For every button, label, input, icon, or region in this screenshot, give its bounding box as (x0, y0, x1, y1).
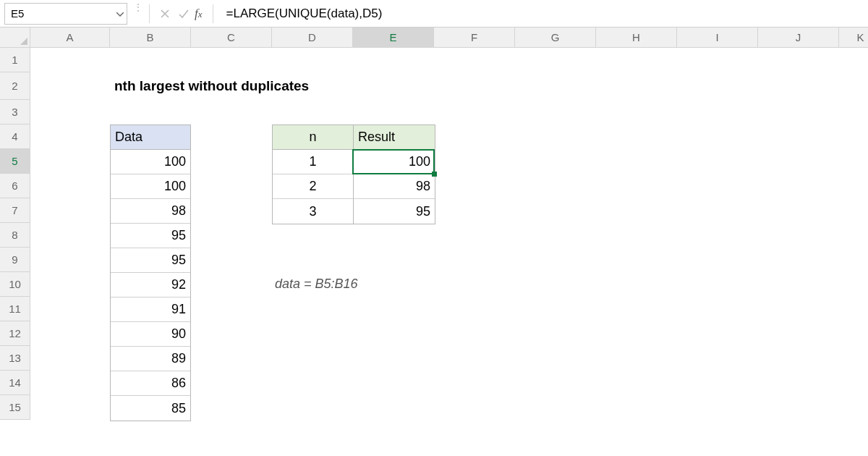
row-header-9[interactable]: 9 (0, 248, 30, 272)
row-header-10[interactable]: 10 (0, 272, 30, 297)
data-cell[interactable]: 90 (111, 322, 190, 347)
row-header-13[interactable]: 13 (0, 346, 30, 371)
column-header-F[interactable]: F (434, 28, 515, 48)
row-header-14[interactable]: 14 (0, 371, 30, 395)
column-header-K[interactable]: K (839, 28, 868, 48)
name-box[interactable]: E5 (4, 3, 127, 25)
result-value-cell[interactable]: 100 (354, 150, 435, 174)
row-header-5[interactable]: 5 (0, 149, 30, 174)
name-box-value: E5 (5, 7, 114, 20)
column-header-C[interactable]: C (191, 28, 272, 48)
data-cell[interactable]: 100 (111, 174, 190, 199)
result-table: n Result 1100298395 (272, 124, 435, 224)
result-value-cell[interactable]: 98 (354, 174, 435, 199)
row-header-6[interactable]: 6 (0, 174, 30, 198)
data-cell[interactable]: 85 (111, 396, 190, 421)
column-header-A[interactable]: A (30, 28, 110, 48)
row-header-column: 123456789101112131415 (0, 28, 30, 456)
formula-input[interactable]: =LARGE(UNIQUE(data),D5) (219, 7, 864, 21)
divider (149, 4, 150, 23)
enter-icon[interactable] (174, 4, 193, 23)
data-header: Data (111, 125, 190, 150)
result-value-cell[interactable]: 95 (354, 199, 435, 224)
result-n-cell[interactable]: 2 (273, 174, 354, 199)
fx-icon[interactable]: fx (193, 7, 207, 21)
formula-bar: E5 ⋮ fx =LARGE(UNIQUE(data),D5) (0, 0, 868, 28)
data-cell[interactable]: 86 (111, 371, 190, 396)
row-header-7[interactable]: 7 (0, 198, 30, 223)
column-header-B[interactable]: B (110, 28, 191, 48)
data-cell[interactable]: 100 (111, 150, 190, 174)
column-header-I[interactable]: I (677, 28, 758, 48)
resize-handle-icon[interactable]: ⋮ (133, 4, 137, 23)
row-header-11[interactable]: 11 (0, 297, 30, 321)
row-header-2[interactable]: 2 (0, 72, 30, 100)
spreadsheet-grid: 123456789101112131415 ABCDEFGHIJK nth la… (0, 28, 868, 456)
select-all-corner[interactable] (0, 28, 30, 48)
row-header-4[interactable]: 4 (0, 124, 30, 149)
column-header-G[interactable]: G (515, 28, 596, 48)
cancel-icon[interactable] (156, 4, 174, 23)
result-n-cell[interactable]: 1 (273, 150, 354, 174)
row-header-15[interactable]: 15 (0, 395, 30, 420)
column-header-D[interactable]: D (272, 28, 353, 48)
row-header-1[interactable]: 1 (0, 48, 30, 72)
result-n-cell[interactable]: 3 (273, 199, 354, 224)
column-header-E[interactable]: E (353, 28, 434, 48)
cells-area[interactable]: nth largest without duplicates Data 1001… (30, 48, 868, 456)
result-header-result: Result (354, 125, 435, 150)
page-title: nth largest without duplicates (110, 72, 544, 100)
data-cell[interactable]: 91 (111, 297, 190, 322)
row-header-8[interactable]: 8 (0, 223, 30, 248)
data-cell[interactable]: 92 (111, 273, 190, 297)
column-headers: ABCDEFGHIJK (30, 28, 868, 48)
result-header-n: n (273, 125, 354, 150)
row-header-3[interactable]: 3 (0, 100, 30, 124)
row-header-12[interactable]: 12 (0, 321, 30, 346)
data-cell[interactable]: 98 (111, 199, 190, 224)
column-header-H[interactable]: H (596, 28, 677, 48)
column-header-J[interactable]: J (758, 28, 839, 48)
data-cell[interactable]: 89 (111, 347, 190, 371)
divider (213, 4, 213, 23)
chevron-down-icon[interactable] (114, 9, 127, 18)
data-cell[interactable]: 95 (111, 248, 190, 273)
data-table: Data 100100989595929190898685 (110, 124, 191, 421)
named-range-note: data = B5:B16 (275, 276, 358, 292)
data-cell[interactable]: 95 (111, 224, 190, 248)
